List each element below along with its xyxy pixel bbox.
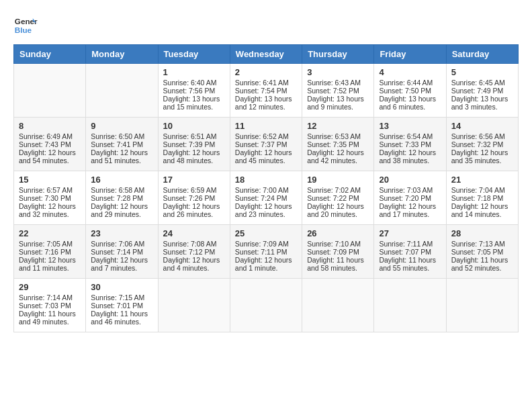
day-number: 5 — [451, 67, 513, 77]
daylight-label: Daylight: 11 hours and 49 minutes. — [19, 310, 76, 326]
header-cell-monday: Monday — [86, 45, 158, 64]
calendar-cell: 8Sunrise: 6:49 AMSunset: 7:43 PMDaylight… — [14, 118, 86, 171]
daylight-label: Daylight: 12 hours and 54 minutes. — [19, 148, 76, 165]
sunset-text: Sunset: 7:11 PM — [235, 248, 287, 256]
sunset-text: Sunset: 7:05 PM — [451, 248, 504, 256]
day-number: 9 — [91, 121, 152, 131]
calendar-cell: 29Sunrise: 7:14 AMSunset: 7:03 PMDayligh… — [14, 279, 86, 332]
sunrise-text: Sunrise: 7:04 AM — [451, 186, 505, 194]
calendar-cell: 26Sunrise: 7:10 AMSunset: 7:09 PMDayligh… — [302, 225, 374, 279]
day-number: 25 — [235, 228, 297, 238]
day-number: 11 — [235, 121, 297, 131]
calendar-cell: 11Sunrise: 6:52 AMSunset: 7:37 PMDayligh… — [230, 118, 302, 171]
day-number: 3 — [307, 67, 369, 77]
sunrise-text: Sunrise: 6:49 AM — [19, 132, 73, 140]
daylight-label: Daylight: 11 hours and 52 minutes. — [451, 256, 508, 272]
calendar-cell: 16Sunrise: 6:58 AMSunset: 7:28 PMDayligh… — [86, 171, 158, 225]
calendar-cell: 19Sunrise: 7:02 AMSunset: 7:22 PMDayligh… — [302, 171, 374, 225]
calendar-header: SundayMondayTuesdayWednesdayThursdayFrid… — [14, 45, 519, 64]
sunrise-text: Sunrise: 6:54 AM — [379, 132, 433, 140]
daylight-label: Daylight: 12 hours and 7 minutes. — [91, 256, 148, 272]
daylight-label: Daylight: 12 hours and 38 minutes. — [379, 148, 436, 165]
sunset-text: Sunset: 7:43 PM — [19, 140, 71, 148]
header-cell-tuesday: Tuesday — [158, 45, 230, 64]
sunrise-text: Sunrise: 6:52 AM — [235, 132, 289, 140]
day-number: 19 — [307, 175, 369, 185]
daylight-label: Daylight: 13 hours and 3 minutes. — [451, 95, 508, 111]
calendar-week-row: 1Sunrise: 6:40 AMSunset: 7:56 PMDaylight… — [14, 64, 519, 118]
calendar-cell: 27Sunrise: 7:11 AMSunset: 7:07 PMDayligh… — [374, 225, 446, 279]
sunrise-text: Sunrise: 7:00 AM — [235, 186, 289, 194]
daylight-label: Daylight: 12 hours and 35 minutes. — [451, 148, 508, 165]
sunrise-text: Sunrise: 6:43 AM — [307, 79, 361, 87]
sunset-text: Sunset: 7:18 PM — [451, 194, 504, 202]
day-number: 16 — [91, 175, 152, 185]
sunset-text: Sunset: 7:49 PM — [451, 87, 504, 95]
day-number: 24 — [163, 228, 225, 238]
daylight-label: Daylight: 11 hours and 55 minutes. — [379, 256, 436, 272]
calendar-cell: 22Sunrise: 7:05 AMSunset: 7:16 PMDayligh… — [14, 225, 86, 279]
sunset-text: Sunset: 7:32 PM — [451, 140, 504, 148]
calendar-cell: 10Sunrise: 6:51 AMSunset: 7:39 PMDayligh… — [158, 118, 230, 171]
day-number: 13 — [379, 121, 441, 131]
sunset-text: Sunset: 7:26 PM — [163, 194, 216, 202]
sunset-text: Sunset: 7:54 PM — [235, 87, 287, 95]
calendar-cell: 25Sunrise: 7:09 AMSunset: 7:11 PMDayligh… — [230, 225, 302, 279]
calendar-cell: 13Sunrise: 6:54 AMSunset: 7:33 PMDayligh… — [374, 118, 446, 171]
day-number: 12 — [307, 121, 369, 131]
sunset-text: Sunset: 7:37 PM — [235, 140, 287, 148]
daylight-label: Daylight: 13 hours and 6 minutes. — [379, 95, 436, 111]
daylight-label: Daylight: 12 hours and 4 minutes. — [163, 256, 220, 272]
calendar-cell: 15Sunrise: 6:57 AMSunset: 7:30 PMDayligh… — [14, 171, 86, 225]
calendar-week-row: 22Sunrise: 7:05 AMSunset: 7:16 PMDayligh… — [14, 225, 519, 279]
day-number: 1 — [163, 67, 225, 77]
sunrise-text: Sunrise: 6:58 AM — [91, 186, 144, 194]
daylight-label: Daylight: 12 hours and 42 minutes. — [307, 148, 364, 165]
sunset-text: Sunset: 7:52 PM — [307, 87, 359, 95]
sunset-text: Sunset: 7:03 PM — [19, 302, 71, 310]
sunrise-text: Sunrise: 6:44 AM — [379, 79, 433, 87]
calendar-week-row: 15Sunrise: 6:57 AMSunset: 7:30 PMDayligh… — [14, 171, 519, 225]
header-cell-saturday: Saturday — [446, 45, 518, 64]
calendar-cell: 20Sunrise: 7:03 AMSunset: 7:20 PMDayligh… — [374, 171, 446, 225]
calendar-cell: 4Sunrise: 6:44 AMSunset: 7:50 PMDaylight… — [374, 64, 446, 118]
sunset-text: Sunset: 7:50 PM — [379, 87, 431, 95]
sunrise-text: Sunrise: 7:11 AM — [379, 240, 433, 248]
sunrise-text: Sunrise: 7:10 AM — [307, 240, 361, 248]
calendar-cell — [230, 279, 302, 332]
sunset-text: Sunset: 7:33 PM — [379, 140, 431, 148]
daylight-label: Daylight: 12 hours and 45 minutes. — [235, 148, 292, 165]
calendar-cell: 12Sunrise: 6:53 AMSunset: 7:35 PMDayligh… — [302, 118, 374, 171]
sunrise-text: Sunrise: 6:57 AM — [19, 186, 73, 194]
calendar-cell: 2Sunrise: 6:41 AMSunset: 7:54 PMDaylight… — [230, 64, 302, 118]
sunrise-text: Sunrise: 7:14 AM — [19, 293, 73, 302]
daylight-label: Daylight: 12 hours and 11 minutes. — [19, 256, 76, 272]
sunrise-text: Sunrise: 6:53 AM — [307, 132, 361, 140]
sunrise-text: Sunrise: 7:06 AM — [91, 240, 144, 248]
calendar-cell: 17Sunrise: 6:59 AMSunset: 7:26 PMDayligh… — [158, 171, 230, 225]
sunrise-text: Sunrise: 6:50 AM — [91, 132, 144, 140]
sunrise-text: Sunrise: 7:08 AM — [163, 240, 217, 248]
header-cell-sunday: Sunday — [14, 45, 86, 64]
calendar-table: SundayMondayTuesdayWednesdayThursdayFrid… — [13, 44, 519, 332]
sunset-text: Sunset: 7:24 PM — [235, 194, 287, 202]
daylight-label: Daylight: 12 hours and 1 minute. — [235, 256, 292, 272]
sunset-text: Sunset: 7:01 PM — [91, 302, 143, 310]
sunrise-text: Sunrise: 6:59 AM — [163, 186, 217, 194]
sunrise-text: Sunrise: 6:40 AM — [163, 79, 217, 87]
daylight-label: Daylight: 12 hours and 32 minutes. — [19, 202, 76, 218]
sunrise-text: Sunrise: 6:56 AM — [451, 132, 505, 140]
sunrise-text: Sunrise: 7:09 AM — [235, 240, 289, 248]
sunrise-text: Sunrise: 6:41 AM — [235, 79, 289, 87]
daylight-label: Daylight: 12 hours and 23 minutes. — [235, 202, 292, 218]
sunset-text: Sunset: 7:20 PM — [379, 194, 431, 202]
calendar-cell: 1Sunrise: 6:40 AMSunset: 7:56 PMDaylight… — [158, 64, 230, 118]
day-number: 20 — [379, 175, 441, 185]
daylight-label: Daylight: 11 hours and 58 minutes. — [307, 256, 364, 272]
day-number: 8 — [19, 121, 81, 131]
sunset-text: Sunset: 7:41 PM — [91, 140, 143, 148]
calendar-cell: 14Sunrise: 6:56 AMSunset: 7:32 PMDayligh… — [446, 118, 518, 171]
sunrise-text: Sunrise: 7:13 AM — [451, 240, 505, 248]
calendar-cell: 23Sunrise: 7:06 AMSunset: 7:14 PMDayligh… — [86, 225, 158, 279]
header-cell-wednesday: Wednesday — [230, 45, 302, 64]
